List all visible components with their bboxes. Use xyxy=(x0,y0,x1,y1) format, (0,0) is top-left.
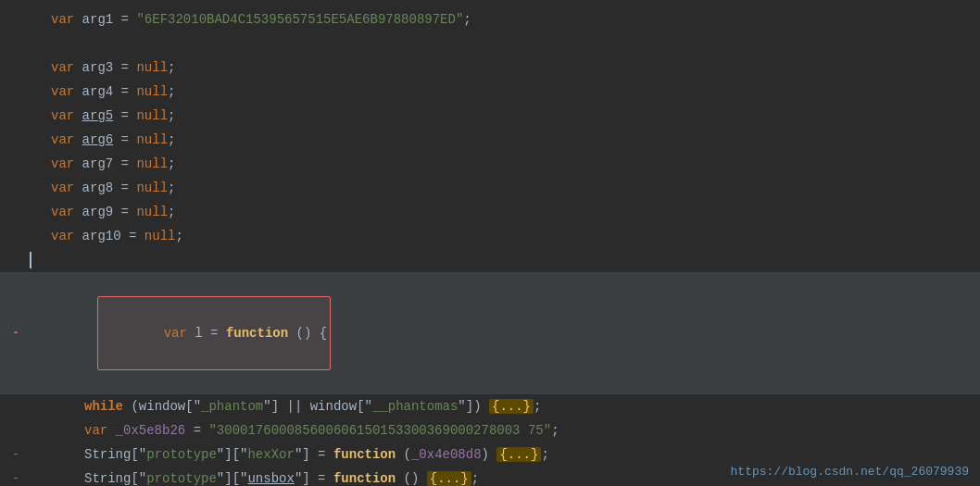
code-line-0x5e8b26: var _0x5e8b26 = "30001760008560060615015… xyxy=(0,418,980,442)
code-editor: var arg1 = "6EF32010BAD4C15395657515E5AE… xyxy=(0,0,980,486)
code-line-arg8: var arg8 = null; xyxy=(0,176,980,200)
code-line-arg6: var arg6 = null; xyxy=(0,128,980,152)
code-line-function-l: - var l = function () { xyxy=(0,272,980,394)
code-line-arg3: var arg3 = null; xyxy=(0,56,980,80)
code-line-hexXor: - String["prototype"]["hexXor"] = functi… xyxy=(0,442,980,467)
line-content-1: var arg1 = "6EF32010BAD4C15395657515E5AE… xyxy=(47,7,980,31)
code-line-arg7: var arg7 = null; xyxy=(0,152,980,176)
code-line-empty xyxy=(0,31,980,56)
code-line-arg4: var arg4 = null; xyxy=(0,80,980,104)
code-line-while: while (window["_phantom"] || window["__p… xyxy=(0,394,980,418)
code-line-arg5: var arg5 = null; xyxy=(0,104,980,128)
code-line-1: var arg1 = "6EF32010BAD4C15395657515E5AE… xyxy=(0,7,980,31)
url-bar: https://blog.csdn.net/qq_26079939 xyxy=(731,465,969,479)
code-line-arg9: var arg9 = null; xyxy=(0,200,980,224)
code-line-arg10: var arg10 = null; xyxy=(0,224,980,248)
code-line-cursor xyxy=(0,248,980,272)
